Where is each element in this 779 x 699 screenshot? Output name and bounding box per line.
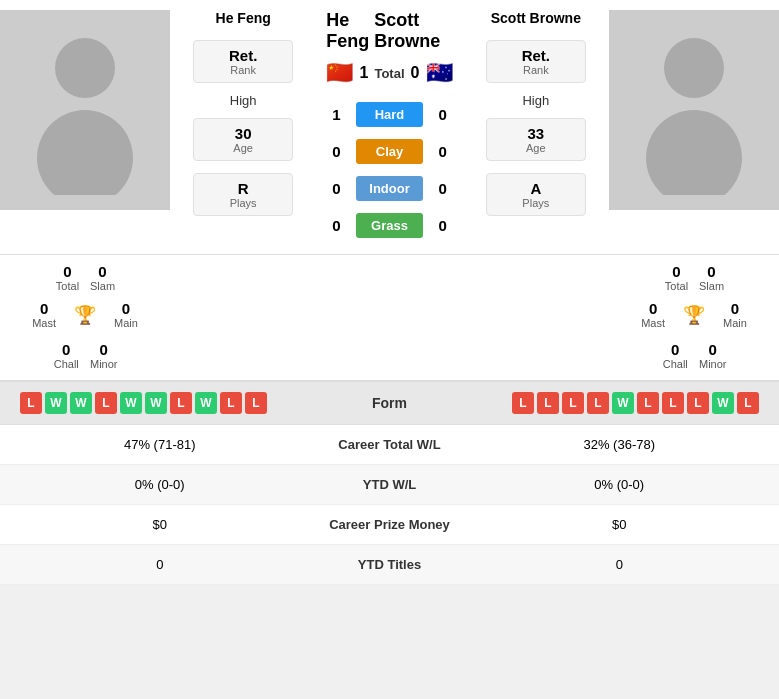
player2-chall-val: 0 [671, 341, 679, 358]
score-right-indoor: 0 [423, 180, 463, 197]
center-col: He Feng Scott Browne 🇨🇳 1 Total 0 🇦🇺 1 H… [316, 10, 462, 244]
player1-total-val: 0 [63, 263, 71, 280]
score-left-hard: 1 [316, 106, 356, 123]
surface-rows: 1 Hard 0 0 Clay 0 0 Indoor 0 0 Grass 0 [316, 102, 462, 244]
player1-slam-val: 0 [98, 263, 106, 280]
form-section: LWWLWWLWLL Form LLLLWLLLWL [0, 381, 779, 425]
surface-btn-grass: Grass [356, 213, 422, 238]
player1-name: He Feng [216, 10, 271, 26]
player1-chall-lbl: Chall [54, 358, 79, 370]
player2-bottom-grid: 0 Chall 0 Minor [661, 341, 726, 370]
player2-age-value: 33 [487, 125, 585, 142]
player1-plays-label: Plays [194, 197, 292, 209]
player2-plays-value: A [487, 180, 585, 197]
player2-age-label: Age [487, 142, 585, 154]
career-stat-p2-2: $0 [480, 517, 760, 532]
player2-stats-col: Scott Browne Ret. Rank High 33 Age A Pla… [463, 10, 609, 244]
player1-flag: 🇨🇳 [326, 60, 353, 86]
player1-plays-block: R Plays [193, 173, 293, 216]
career-stat-label-2: Career Prize Money [300, 517, 480, 532]
career-stat-label-0: Career Total W/L [300, 437, 480, 452]
player2-slam-val: 0 [707, 263, 715, 280]
player1-plays-value: R [194, 180, 292, 197]
player-comparison: He Feng Ret. Rank High 30 Age R Plays He… [0, 0, 779, 585]
career-stat-p1-2: $0 [20, 517, 300, 532]
career-stat-p1-0: 47% (71-81) [20, 437, 300, 452]
trophy-icon-left: 🏆 [74, 304, 96, 326]
player2-total-score: 0 [411, 64, 420, 82]
player2-name-right: Scott Browne [491, 10, 581, 26]
total-label: Total [374, 66, 404, 81]
player1-minor-lbl: Minor [90, 358, 118, 370]
player2-plays-label: Plays [487, 197, 585, 209]
form-badge-p2-2: L [562, 392, 584, 414]
trophy-icon-right: 🏆 [683, 304, 705, 326]
player2-photo [609, 10, 779, 210]
player2-center-name: Scott Browne [374, 10, 452, 52]
form-badge-p1-2: W [70, 392, 92, 414]
player2-rank-label: Rank [487, 64, 585, 76]
player2-total-cell: 0 Total [664, 263, 689, 292]
center-spacer [170, 255, 609, 370]
player2-trophy-row: 0 Mast 🏆 0 Main [641, 300, 747, 329]
player1-slam-lbl: Slam [90, 280, 115, 292]
flags-total-row: 🇨🇳 1 Total 0 🇦🇺 [316, 60, 462, 86]
player2-total-lbl: Total [665, 280, 688, 292]
player1-slam-cell: 0 Slam [90, 263, 115, 292]
player1-bottom-grid: 0 Chall 0 Minor [52, 341, 117, 370]
player1-stats-grid: 0 Total 0 Slam [55, 263, 115, 292]
career-stats-section: 47% (71-81) Career Total W/L 32% (36-78)… [0, 425, 779, 585]
player2-chall-cell: 0 Chall [661, 341, 689, 370]
form-badge-p2-5: L [637, 392, 659, 414]
player2-stats-grid: 0 Total 0 Slam [664, 263, 724, 292]
player1-mast-lbl: Mast [32, 317, 56, 329]
player1-high: High [230, 93, 257, 108]
player2-form-badges: LLLLWLLLWL [512, 392, 759, 414]
player2-main-val: 0 [731, 300, 739, 317]
player1-age-block: 30 Age [193, 118, 293, 161]
score-left-grass: 0 [316, 217, 356, 234]
score-left-indoor: 0 [316, 180, 356, 197]
player2-slam-lbl: Slam [699, 280, 724, 292]
svg-point-2 [664, 38, 724, 98]
player2-total-val: 0 [672, 263, 680, 280]
player2-high: High [522, 93, 549, 108]
player2-mast-val: 0 [649, 300, 657, 317]
player1-mini: 0 Total 0 Slam 0 Mast 🏆 0 Main [0, 255, 170, 370]
form-badge-p1-9: L [245, 392, 267, 414]
form-badge-p2-8: W [712, 392, 734, 414]
player1-minor-val: 0 [100, 341, 108, 358]
player2-main-lbl: Main [723, 317, 747, 329]
score-right-clay: 0 [423, 143, 463, 160]
player1-chall-val: 0 [62, 341, 70, 358]
player1-main-val: 0 [122, 300, 130, 317]
top-section: He Feng Ret. Rank High 30 Age R Plays He… [0, 0, 779, 255]
career-stat-row-1: 0% (0-0) YTD W/L 0% (0-0) [0, 465, 779, 505]
surface-row-clay: 0 Clay 0 [316, 139, 462, 164]
surface-btn-clay: Clay [356, 139, 422, 164]
player1-total-cell: 0 Total [55, 263, 80, 292]
score-right-hard: 0 [423, 106, 463, 123]
player2-mast-lbl: Mast [641, 317, 665, 329]
player1-trophy-row: 0 Mast 🏆 0 Main [32, 300, 138, 329]
player1-form-badges: LWWLWWLWLL [20, 392, 267, 414]
player2-mini: 0 Total 0 Slam 0 Mast 🏆 0 Main [609, 255, 779, 370]
names-flags-row: He Feng Scott Browne [316, 10, 462, 52]
form-badge-p1-4: W [120, 392, 142, 414]
surface-row-grass: 0 Grass 0 [316, 213, 462, 238]
career-stat-p1-1: 0% (0-0) [20, 477, 300, 492]
svg-point-3 [646, 110, 742, 195]
player1-center-name: He Feng [326, 10, 374, 52]
form-badge-p2-4: W [612, 392, 634, 414]
form-label: Form [372, 395, 407, 411]
surface-btn-indoor: Indoor [356, 176, 422, 201]
svg-point-0 [55, 38, 115, 98]
svg-point-1 [37, 110, 133, 195]
player2-age-block: 33 Age [486, 118, 586, 161]
career-stat-label-3: YTD Titles [300, 557, 480, 572]
player2-chall-lbl: Chall [663, 358, 688, 370]
player1-total-score: 1 [359, 64, 368, 82]
form-badge-p1-7: W [195, 392, 217, 414]
player2-main-cell: 0 Main [723, 300, 747, 329]
form-badge-p1-0: L [20, 392, 42, 414]
